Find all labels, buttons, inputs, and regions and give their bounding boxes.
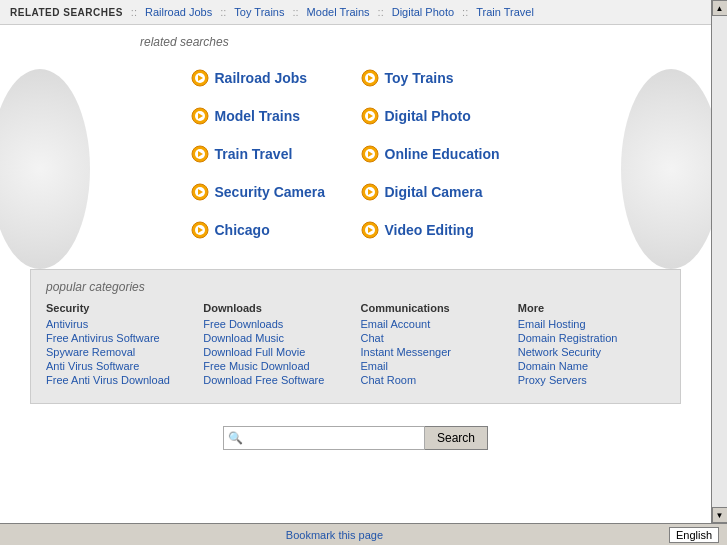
search-link-5[interactable]: Online Education [385, 146, 500, 162]
top-nav-bar: RELATED SEARCHES :: Railroad Jobs :: Toy… [0, 0, 711, 25]
scroll-down-button[interactable]: ▼ [712, 507, 728, 523]
more-link-0[interactable]: Email Hosting [518, 318, 665, 330]
related-searches-label: RELATED SEARCHES [10, 7, 123, 18]
arrow-icon [191, 107, 209, 125]
bottom-bar-left: Bookmark this page [8, 529, 661, 541]
more-link-4[interactable]: Proxy Servers [518, 374, 665, 386]
arrow-icon [361, 145, 379, 163]
list-item: Digital Camera [356, 173, 526, 211]
more-title: More [518, 302, 665, 314]
search-link-1[interactable]: Toy Trains [385, 70, 454, 86]
search-link-6[interactable]: Security Camera [215, 184, 326, 200]
scroll-up-button[interactable]: ▲ [712, 0, 728, 16]
category-more: More Email Hosting Domain Registration N… [518, 302, 665, 388]
downloads-link-1[interactable]: Download Music [203, 332, 350, 344]
topnav-link-1[interactable]: Toy Trains [234, 6, 284, 18]
category-downloads: Downloads Free Downloads Download Music … [203, 302, 350, 388]
left-circle-decoration [0, 69, 90, 269]
right-scrollbar: ▲ ▼ [711, 0, 727, 523]
more-link-2[interactable]: Network Security [518, 346, 665, 358]
topnav-link-3[interactable]: Digital Photo [392, 6, 454, 18]
search-link-8[interactable]: Chicago [215, 222, 270, 238]
more-link-1[interactable]: Domain Registration [518, 332, 665, 344]
search-link-9[interactable]: Video Editing [385, 222, 474, 238]
search-link-0[interactable]: Railroad Jobs [215, 70, 308, 86]
categories-grid: Security Antivirus Free Antivirus Softwa… [46, 302, 665, 388]
security-link-2[interactable]: Spyware Removal [46, 346, 193, 358]
list-item: Digital Photo [356, 97, 526, 135]
list-item: Chicago [186, 211, 356, 249]
arrow-icon [361, 69, 379, 87]
security-link-0[interactable]: Antivirus [46, 318, 193, 330]
related-searches-heading: related searches [20, 35, 691, 49]
arrow-icon [361, 183, 379, 201]
list-item: Toy Trains [356, 59, 526, 97]
right-circle-decoration [621, 69, 711, 269]
arrow-icon [361, 221, 379, 239]
security-link-1[interactable]: Free Antivirus Software [46, 332, 193, 344]
comms-link-2[interactable]: Instant Messenger [361, 346, 508, 358]
language-selector[interactable]: English [669, 527, 719, 543]
topnav-link-2[interactable]: Model Trains [307, 6, 370, 18]
topnav-link-4[interactable]: Train Travel [476, 6, 534, 18]
security-title: Security [46, 302, 193, 314]
list-item: Video Editing [356, 211, 526, 249]
list-item: Security Camera [186, 173, 356, 211]
search-results-wrapper: Railroad Jobs Toy Trains [20, 59, 691, 249]
search-link-4[interactable]: Train Travel [215, 146, 293, 162]
sep4: :: [378, 6, 384, 18]
downloads-link-2[interactable]: Download Full Movie [203, 346, 350, 358]
downloads-title: Downloads [203, 302, 350, 314]
list-item: Train Travel [186, 135, 356, 173]
downloads-link-0[interactable]: Free Downloads [203, 318, 350, 330]
main-content: related searches Railroad Jobs [0, 25, 711, 468]
sep1: :: [131, 6, 137, 18]
topnav-link-0[interactable]: Railroad Jobs [145, 6, 212, 18]
arrow-icon [191, 183, 209, 201]
popular-categories-heading: popular categories [46, 280, 665, 294]
arrow-icon [191, 221, 209, 239]
category-communications: Communications Email Account Chat Instan… [361, 302, 508, 388]
arrow-icon [361, 107, 379, 125]
security-link-4[interactable]: Free Anti Virus Download [46, 374, 193, 386]
comms-link-3[interactable]: Email [361, 360, 508, 372]
bottom-bar: Bookmark this page English [0, 523, 727, 545]
comms-link-4[interactable]: Chat Room [361, 374, 508, 386]
communications-title: Communications [361, 302, 508, 314]
search-input[interactable] [224, 427, 424, 449]
downloads-link-3[interactable]: Free Music Download [203, 360, 350, 372]
category-security: Security Antivirus Free Antivirus Softwa… [46, 302, 193, 388]
search-link-2[interactable]: Model Trains [215, 108, 301, 124]
more-link-3[interactable]: Domain Name [518, 360, 665, 372]
security-link-3[interactable]: Anti Virus Software [46, 360, 193, 372]
scroll-track[interactable] [712, 16, 727, 507]
comms-link-1[interactable]: Chat [361, 332, 508, 344]
search-results-grid: Railroad Jobs Toy Trains [106, 59, 606, 249]
bookmark-link[interactable]: Bookmark this page [286, 529, 383, 541]
arrow-icon [191, 69, 209, 87]
sep3: :: [292, 6, 298, 18]
list-item: Railroad Jobs [186, 59, 356, 97]
search-button[interactable]: Search [425, 426, 488, 450]
search-bar-area: 🔍 Search [20, 414, 691, 458]
popular-categories: popular categories Security Antivirus Fr… [30, 269, 681, 404]
arrow-icon [191, 145, 209, 163]
sep2: :: [220, 6, 226, 18]
search-magnifier-icon: 🔍 [228, 431, 243, 445]
list-item: Online Education [356, 135, 526, 173]
list-item: Model Trains [186, 97, 356, 135]
search-link-3[interactable]: Digital Photo [385, 108, 471, 124]
sep5: :: [462, 6, 468, 18]
search-input-wrapper: 🔍 [223, 426, 425, 450]
downloads-link-4[interactable]: Download Free Software [203, 374, 350, 386]
search-link-7[interactable]: Digital Camera [385, 184, 483, 200]
comms-link-0[interactable]: Email Account [361, 318, 508, 330]
